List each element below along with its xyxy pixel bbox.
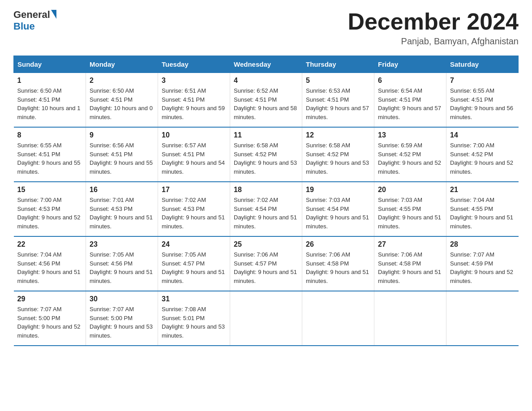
- day-info: Sunrise: 6:53 AMSunset: 4:51 PMDaylight:…: [306, 86, 370, 121]
- day-number: 7: [450, 77, 515, 85]
- day-number: 26: [306, 240, 370, 248]
- day-number: 16: [90, 186, 154, 194]
- day-number: 25: [234, 240, 298, 248]
- calendar-cell: 28Sunrise: 7:07 AMSunset: 4:59 PMDayligh…: [446, 236, 519, 291]
- calendar-cell: 20Sunrise: 7:03 AMSunset: 4:55 PMDayligh…: [374, 182, 446, 236]
- day-info: Sunrise: 7:00 AMSunset: 4:52 PMDaylight:…: [450, 141, 515, 176]
- day-info: Sunrise: 7:02 AMSunset: 4:53 PMDaylight:…: [162, 196, 226, 231]
- day-info: Sunrise: 7:03 AMSunset: 4:55 PMDaylight:…: [378, 196, 442, 231]
- calendar-table: SundayMondayTuesdayWednesdayThursdayFrid…: [13, 56, 519, 346]
- calendar-cell: 9Sunrise: 6:56 AMSunset: 4:51 PMDaylight…: [86, 127, 158, 182]
- column-header-tuesday: Tuesday: [158, 56, 230, 73]
- column-header-friday: Friday: [374, 56, 446, 73]
- page-header: General Blue December 2024 Panjab, Bamya…: [13, 9, 519, 47]
- day-info: Sunrise: 6:56 AMSunset: 4:51 PMDaylight:…: [90, 141, 154, 176]
- logo-general-text: General: [13, 9, 50, 21]
- day-number: 11: [234, 131, 298, 139]
- day-number: 3: [162, 77, 226, 85]
- calendar-cell: 29Sunrise: 7:07 AMSunset: 5:00 PMDayligh…: [14, 291, 86, 346]
- day-info: Sunrise: 7:06 AMSunset: 4:58 PMDaylight:…: [378, 250, 442, 285]
- calendar-cell: 1Sunrise: 6:50 AMSunset: 4:51 PMDaylight…: [14, 73, 86, 128]
- day-info: Sunrise: 7:07 AMSunset: 5:00 PMDaylight:…: [90, 305, 154, 340]
- title-area: December 2024 Panjab, Bamyan, Afghanista…: [348, 9, 519, 47]
- calendar-week-row: 29Sunrise: 7:07 AMSunset: 5:00 PMDayligh…: [14, 291, 519, 346]
- day-number: 21: [450, 186, 515, 194]
- day-info: Sunrise: 6:57 AMSunset: 4:51 PMDaylight:…: [162, 141, 226, 176]
- day-number: 28: [450, 240, 515, 248]
- day-info: Sunrise: 7:00 AMSunset: 4:53 PMDaylight:…: [17, 196, 82, 231]
- calendar-cell: 21Sunrise: 7:04 AMSunset: 4:55 PMDayligh…: [446, 182, 519, 236]
- column-header-monday: Monday: [86, 56, 158, 73]
- calendar-cell: 22Sunrise: 7:04 AMSunset: 4:56 PMDayligh…: [14, 236, 86, 291]
- calendar-cell: 4Sunrise: 6:52 AMSunset: 4:51 PMDaylight…: [230, 73, 302, 128]
- day-info: Sunrise: 6:50 AMSunset: 4:51 PMDaylight:…: [90, 86, 154, 121]
- logo-triangle-icon: [51, 10, 56, 19]
- day-info: Sunrise: 6:59 AMSunset: 4:52 PMDaylight:…: [378, 141, 442, 176]
- calendar-cell: 15Sunrise: 7:00 AMSunset: 4:53 PMDayligh…: [14, 182, 86, 236]
- month-title: December 2024: [348, 9, 519, 34]
- day-info: Sunrise: 6:58 AMSunset: 4:52 PMDaylight:…: [234, 141, 298, 176]
- day-info: Sunrise: 7:06 AMSunset: 4:58 PMDaylight:…: [306, 250, 370, 285]
- day-number: 2: [90, 77, 154, 85]
- calendar-cell: 6Sunrise: 6:54 AMSunset: 4:51 PMDaylight…: [374, 73, 446, 128]
- day-info: Sunrise: 7:07 AMSunset: 4:59 PMDaylight:…: [450, 250, 515, 285]
- day-number: 17: [162, 186, 226, 194]
- calendar-cell: 23Sunrise: 7:05 AMSunset: 4:56 PMDayligh…: [86, 236, 158, 291]
- day-number: 18: [234, 186, 298, 194]
- day-number: 5: [306, 77, 370, 85]
- day-info: Sunrise: 6:51 AMSunset: 4:51 PMDaylight:…: [162, 86, 226, 121]
- day-number: 14: [450, 131, 515, 139]
- day-number: 24: [162, 240, 226, 248]
- column-header-sunday: Sunday: [14, 56, 86, 73]
- day-number: 22: [17, 240, 82, 248]
- day-info: Sunrise: 7:05 AMSunset: 4:57 PMDaylight:…: [162, 250, 226, 285]
- day-number: 8: [17, 131, 82, 139]
- day-info: Sunrise: 7:03 AMSunset: 4:54 PMDaylight:…: [306, 196, 370, 231]
- calendar-cell: [374, 291, 446, 346]
- calendar-cell: 24Sunrise: 7:05 AMSunset: 4:57 PMDayligh…: [158, 236, 230, 291]
- calendar-cell: 13Sunrise: 6:59 AMSunset: 4:52 PMDayligh…: [374, 127, 446, 182]
- calendar-cell: 31Sunrise: 7:08 AMSunset: 5:01 PMDayligh…: [158, 291, 230, 346]
- day-number: 19: [306, 186, 370, 194]
- day-number: 12: [306, 131, 370, 139]
- day-info: Sunrise: 7:04 AMSunset: 4:55 PMDaylight:…: [450, 196, 515, 231]
- column-header-saturday: Saturday: [446, 56, 519, 73]
- day-info: Sunrise: 6:55 AMSunset: 4:51 PMDaylight:…: [17, 141, 82, 176]
- column-header-thursday: Thursday: [302, 56, 374, 73]
- calendar-cell: [302, 291, 374, 346]
- day-number: 4: [234, 77, 298, 85]
- day-number: 29: [17, 295, 82, 303]
- calendar-cell: 18Sunrise: 7:02 AMSunset: 4:54 PMDayligh…: [230, 182, 302, 236]
- calendar-week-row: 15Sunrise: 7:00 AMSunset: 4:53 PMDayligh…: [14, 182, 519, 236]
- day-number: 6: [378, 77, 442, 85]
- day-info: Sunrise: 7:05 AMSunset: 4:56 PMDaylight:…: [90, 250, 154, 285]
- day-number: 13: [378, 131, 442, 139]
- day-number: 15: [17, 186, 82, 194]
- day-number: 20: [378, 186, 442, 194]
- day-info: Sunrise: 7:06 AMSunset: 4:57 PMDaylight:…: [234, 250, 298, 285]
- calendar-cell: 5Sunrise: 6:53 AMSunset: 4:51 PMDaylight…: [302, 73, 374, 128]
- calendar-cell: 17Sunrise: 7:02 AMSunset: 4:53 PMDayligh…: [158, 182, 230, 236]
- day-info: Sunrise: 7:08 AMSunset: 5:01 PMDaylight:…: [162, 305, 226, 340]
- calendar-cell: [446, 291, 519, 346]
- day-info: Sunrise: 7:02 AMSunset: 4:54 PMDaylight:…: [234, 196, 298, 231]
- calendar-cell: 7Sunrise: 6:55 AMSunset: 4:51 PMDaylight…: [446, 73, 519, 128]
- calendar-week-row: 1Sunrise: 6:50 AMSunset: 4:51 PMDaylight…: [14, 73, 519, 128]
- calendar-week-row: 8Sunrise: 6:55 AMSunset: 4:51 PMDaylight…: [14, 127, 519, 182]
- day-info: Sunrise: 6:58 AMSunset: 4:52 PMDaylight:…: [306, 141, 370, 176]
- calendar-header-row: SundayMondayTuesdayWednesdayThursdayFrid…: [14, 56, 519, 73]
- day-info: Sunrise: 7:01 AMSunset: 4:53 PMDaylight:…: [90, 196, 154, 231]
- calendar-cell: 26Sunrise: 7:06 AMSunset: 4:58 PMDayligh…: [302, 236, 374, 291]
- day-info: Sunrise: 6:54 AMSunset: 4:51 PMDaylight:…: [378, 86, 442, 121]
- day-number: 10: [162, 131, 226, 139]
- day-number: 1: [17, 77, 82, 85]
- day-info: Sunrise: 7:07 AMSunset: 5:00 PMDaylight:…: [17, 305, 82, 340]
- day-number: 9: [90, 131, 154, 139]
- calendar-cell: 14Sunrise: 7:00 AMSunset: 4:52 PMDayligh…: [446, 127, 519, 182]
- calendar-cell: 27Sunrise: 7:06 AMSunset: 4:58 PMDayligh…: [374, 236, 446, 291]
- day-number: 30: [90, 295, 154, 303]
- calendar-cell: 19Sunrise: 7:03 AMSunset: 4:54 PMDayligh…: [302, 182, 374, 236]
- calendar-cell: 2Sunrise: 6:50 AMSunset: 4:51 PMDaylight…: [86, 73, 158, 128]
- calendar-cell: 3Sunrise: 6:51 AMSunset: 4:51 PMDaylight…: [158, 73, 230, 128]
- day-number: 23: [90, 240, 154, 248]
